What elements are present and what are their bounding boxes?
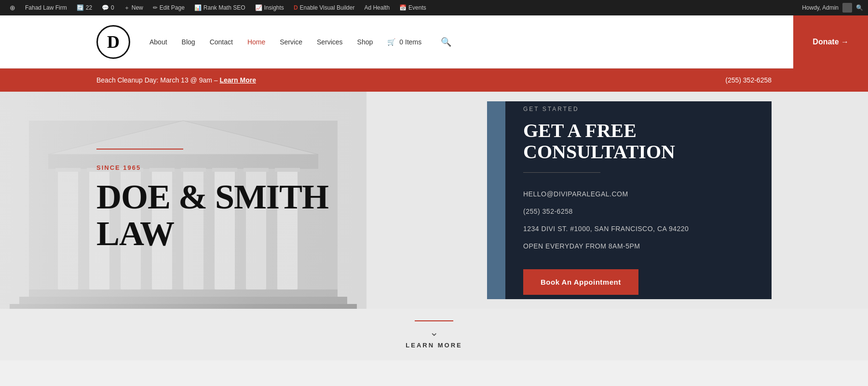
admin-bar-rank-math[interactable]: 📊 Rank Math SEO — [190, 0, 250, 15]
edit-icon: ✏ — [153, 4, 158, 11]
announcement-phone: (255) 352-6258 — [725, 76, 772, 84]
search-admin-icon[interactable]: 🔍 — [856, 4, 863, 11]
bottom-decorative-line — [415, 320, 453, 321]
hero-since-label: SINCE 1965 — [96, 164, 328, 171]
admin-bar-edit-page[interactable]: ✏ Edit Page — [148, 0, 190, 15]
divider-line — [523, 172, 600, 173]
page-wrapper: ⊕ Fahad Law Firm 🔄 22 💬 0 ＋ New ✏ Edit P… — [0, 0, 868, 360]
book-appointment-button[interactable]: Book An Appointment — [523, 269, 638, 295]
comments-icon: 💬 — [102, 4, 109, 11]
nav-about[interactable]: About — [149, 38, 167, 46]
blue-accent-bar — [487, 101, 505, 299]
insights-icon: 📈 — [255, 4, 262, 11]
admin-bar: ⊕ Fahad Law Firm 🔄 22 💬 0 ＋ New ✏ Edit P… — [0, 0, 868, 15]
chevron-down-icon: ⌄ — [430, 326, 438, 339]
consultation-panel-content: GET STARTED GET A FREE CONSULTATION HELL… — [514, 106, 745, 295]
main-nav: About Blog Contact Home Service Services… — [149, 37, 793, 47]
announcement-bar: Beach Cleanup Day: March 13 @ 9am – Lear… — [0, 69, 868, 92]
plus-icon: ＋ — [124, 4, 130, 12]
cart-area[interactable]: 🛒 0 Items — [387, 38, 421, 46]
consultation-title: GET A FREE CONSULTATION — [523, 120, 745, 163]
nav-blog[interactable]: Blog — [182, 38, 195, 46]
rank-math-icon: 📊 — [194, 4, 202, 11]
learn-more-bottom[interactable]: ⌄ LEARN MORE — [0, 309, 868, 360]
admin-bar-right: Howdy, Admin 🔍 — [802, 3, 863, 13]
get-started-label: GET STARTED — [523, 106, 745, 112]
admin-bar-ad-health[interactable]: Ad Health — [359, 0, 394, 15]
learn-more-label: LEARN MORE — [406, 342, 462, 349]
nav-services[interactable]: Services — [317, 38, 343, 46]
donate-button[interactable]: Donate → — [793, 15, 868, 69]
admin-bar-divi-builder[interactable]: D Enable Visual Builder — [289, 0, 360, 15]
header: D About Blog Contact Home Service Servic… — [0, 15, 868, 69]
contact-address: 1234 DIVI ST. #1000, SAN FRANCISCO, CA 9… — [523, 225, 745, 233]
admin-bar-wordpress[interactable]: ⊕ — [5, 0, 20, 15]
contact-phone: (255) 352-6258 — [523, 207, 745, 215]
nav-home[interactable]: Home — [247, 38, 265, 46]
admin-avatar — [842, 3, 852, 13]
updates-icon: 🔄 — [77, 4, 84, 11]
announcement-text: Beach Cleanup Day: March 13 @ 9am – Lear… — [96, 76, 256, 84]
hero-text: SINCE 1965 DOE & SMITH LAW — [96, 149, 328, 252]
main-hero: SINCE 1965 DOE & SMITH LAW GET STARTED G… — [0, 92, 868, 309]
nav-shop[interactable]: Shop — [357, 38, 373, 46]
contact-email: HELLO@DIVIPARALEGAL.COM — [523, 190, 745, 198]
admin-bar-site-name[interactable]: Fahad Law Firm — [20, 0, 72, 15]
admin-bar-insights[interactable]: 📈 Insights — [250, 0, 289, 15]
contact-hours: OPEN EVERYDAY FROM 8AM-5PM — [523, 242, 745, 250]
admin-bar-comments[interactable]: 💬 0 — [97, 0, 119, 15]
consultation-panel: GET STARTED GET A FREE CONSULTATION HELL… — [487, 101, 772, 299]
admin-bar-updates[interactable]: 🔄 22 — [72, 0, 97, 15]
search-icon[interactable]: 🔍 — [441, 37, 451, 47]
cart-icon: 🛒 — [387, 38, 395, 46]
admin-bar-new[interactable]: ＋ New — [119, 0, 148, 15]
logo[interactable]: D — [96, 25, 130, 59]
admin-bar-events[interactable]: 📅 Events — [394, 0, 431, 15]
nav-service[interactable]: Service — [280, 38, 302, 46]
learn-more-link[interactable]: Learn More — [219, 76, 256, 84]
nav-contact[interactable]: Contact — [210, 38, 233, 46]
hero-title: DOE & SMITH LAW — [96, 179, 328, 252]
hero-decorative-line — [96, 149, 183, 150]
events-icon: 📅 — [399, 4, 407, 11]
wordpress-icon: ⊕ — [10, 4, 15, 12]
divi-icon: D — [294, 4, 298, 11]
